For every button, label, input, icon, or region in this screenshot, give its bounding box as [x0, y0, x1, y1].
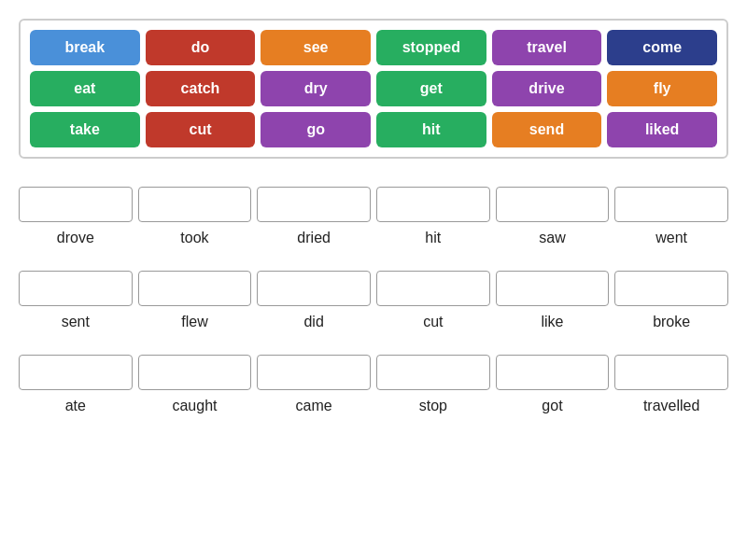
label-item-0-1: took: [138, 228, 252, 248]
word-tile-go[interactable]: go: [261, 112, 371, 147]
word-tile-do[interactable]: do: [146, 30, 256, 65]
word-bank: breakdoseestoppedtravelcomeeatcatchdryge…: [19, 19, 728, 159]
word-tile-stopped[interactable]: stopped: [376, 30, 486, 65]
word-tile-get[interactable]: get: [376, 71, 486, 106]
drop-box-0-0[interactable]: [19, 187, 133, 222]
drop-box-0-3[interactable]: [376, 187, 490, 222]
drop-box-1-2[interactable]: [257, 271, 371, 306]
label-item-0-3: hit: [376, 228, 490, 248]
label-item-1-2: did: [257, 312, 371, 332]
label-item-2-1: caught: [138, 396, 252, 416]
label-item-1-5: broke: [614, 312, 728, 332]
drop-box-0-4[interactable]: [496, 187, 610, 222]
match-section-1: sentflewdidcutlikebroke: [19, 271, 728, 332]
word-tile-hit[interactable]: hit: [376, 112, 486, 147]
drop-box-1-4[interactable]: [496, 271, 610, 306]
drop-box-2-0[interactable]: [19, 355, 133, 390]
label-item-1-1: flew: [138, 312, 252, 332]
drop-box-2-3[interactable]: [376, 355, 490, 390]
label-row-2: atecaughtcamestopgottravelled: [19, 396, 728, 416]
word-tile-drive[interactable]: drive: [492, 71, 602, 106]
label-item-0-5: went: [614, 228, 728, 248]
drop-box-0-1[interactable]: [138, 187, 252, 222]
label-item-2-2: came: [257, 396, 371, 416]
label-item-2-4: got: [496, 396, 610, 416]
drop-box-2-5[interactable]: [614, 355, 728, 390]
drop-box-1-5[interactable]: [614, 271, 728, 306]
drop-row-1: [19, 271, 728, 306]
label-item-0-2: dried: [257, 228, 371, 248]
label-item-1-3: cut: [376, 312, 490, 332]
word-tile-see[interactable]: see: [261, 30, 371, 65]
word-tile-fly[interactable]: fly: [607, 71, 717, 106]
label-item-0-4: saw: [496, 228, 610, 248]
match-section-0: drovetookdriedhitsawwent: [19, 187, 728, 248]
word-tile-come[interactable]: come: [607, 30, 717, 65]
match-section-2: atecaughtcamestopgottravelled: [19, 355, 728, 416]
drop-box-0-5[interactable]: [614, 187, 728, 222]
word-tile-cut[interactable]: cut: [146, 112, 256, 147]
drop-box-0-2[interactable]: [257, 187, 371, 222]
drop-row-0: [19, 187, 728, 222]
word-tile-break[interactable]: break: [30, 30, 140, 65]
main-container: breakdoseestoppedtravelcomeeatcatchdryge…: [19, 19, 728, 439]
label-item-1-0: sent: [19, 312, 133, 332]
drop-row-2: [19, 355, 728, 390]
drop-box-1-0[interactable]: [19, 271, 133, 306]
label-item-0-0: drove: [19, 228, 133, 248]
word-tile-dry[interactable]: dry: [261, 71, 371, 106]
label-item-2-5: travelled: [614, 396, 728, 416]
drop-box-1-3[interactable]: [376, 271, 490, 306]
drop-box-2-1[interactable]: [138, 355, 252, 390]
label-item-1-4: like: [496, 312, 610, 332]
drop-box-2-2[interactable]: [257, 355, 371, 390]
word-tile-catch[interactable]: catch: [146, 71, 256, 106]
label-row-1: sentflewdidcutlikebroke: [19, 312, 728, 332]
match-sections: drovetookdriedhitsawwentsentflewdidcutli…: [19, 187, 728, 416]
word-tile-eat[interactable]: eat: [30, 71, 140, 106]
label-item-2-0: ate: [19, 396, 133, 416]
drop-box-1-1[interactable]: [138, 271, 252, 306]
word-tile-liked[interactable]: liked: [607, 112, 717, 147]
drop-box-2-4[interactable]: [496, 355, 610, 390]
word-tile-travel[interactable]: travel: [492, 30, 602, 65]
label-item-2-3: stop: [376, 396, 490, 416]
label-row-0: drovetookdriedhitsawwent: [19, 228, 728, 248]
word-tile-send[interactable]: send: [492, 112, 602, 147]
word-tile-take[interactable]: take: [30, 112, 140, 147]
